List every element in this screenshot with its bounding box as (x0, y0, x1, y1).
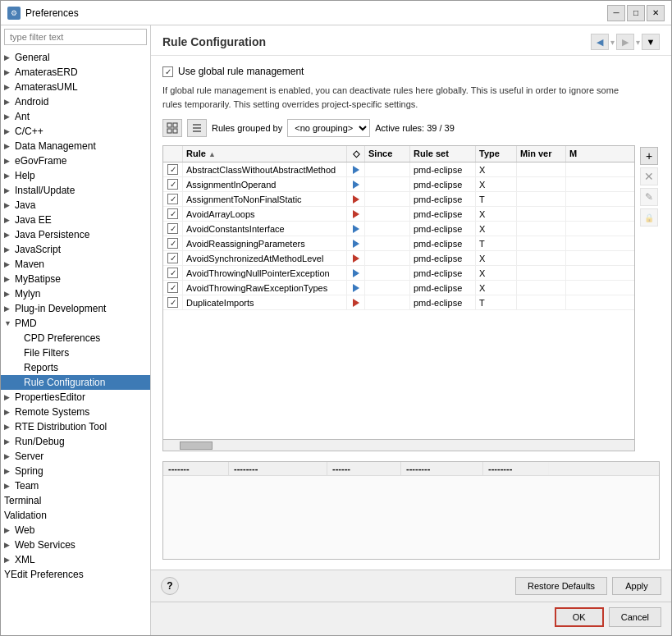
close-button[interactable]: ✕ (647, 5, 665, 21)
col-type[interactable]: Type (476, 146, 517, 162)
table-row[interactable]: AssignmentInOperand pmd-eclipse X (163, 177, 634, 192)
col-ruleset[interactable]: Rule set (410, 146, 476, 162)
row-minver (517, 236, 566, 250)
col-since[interactable]: Since (365, 146, 410, 162)
row-ruleset: pmd-eclipse (410, 281, 476, 295)
col-m[interactable]: M (566, 146, 591, 162)
sidebar-item-web-services[interactable]: ▶ Web Services (1, 538, 150, 552)
row-since (365, 295, 410, 309)
row-check[interactable] (163, 281, 183, 295)
sidebar-item-java[interactable]: ▶ Java (1, 198, 150, 213)
restore-defaults-button[interactable]: Restore Defaults (515, 577, 607, 595)
row-check[interactable] (163, 162, 183, 176)
expand-arrow: ▶ (4, 526, 12, 534)
sidebar-item-reports[interactable]: Reports (1, 360, 150, 375)
row-rule: AvoidArrayLoops (183, 207, 347, 221)
sidebar-item-maven[interactable]: ▶ Maven (1, 257, 150, 272)
sidebar-item-server[interactable]: ▶ Server (1, 449, 150, 464)
table-row[interactable]: AvoidSynchronizedAtMethodLevel pmd-eclip… (163, 251, 634, 266)
sidebar-item-java-persistence[interactable]: ▶ Java Persistence (1, 227, 150, 242)
table-row[interactable]: AssignmentToNonFinalStatic pmd-eclipse T (163, 192, 634, 207)
sidebar-item-egovframe[interactable]: ▶ eGovFrame (1, 153, 150, 168)
row-check[interactable] (163, 236, 183, 250)
sidebar-item-help[interactable]: ▶ Help (1, 168, 150, 183)
horizontal-scrollbar[interactable] (163, 439, 634, 451)
row-check[interactable] (163, 251, 183, 265)
sidebar-item-rule-configuration[interactable]: Rule Configuration (1, 375, 150, 390)
lock-rule-button[interactable]: 🔒 (640, 208, 658, 226)
sidebar-item-data-management[interactable]: ▶ Data Management (1, 139, 150, 153)
scroll-thumb[interactable] (180, 442, 213, 450)
table-row[interactable]: AvoidThrowingNullPointerException pmd-ec… (163, 266, 634, 281)
sidebar-item-run-debug[interactable]: ▶ Run/Debug (1, 434, 150, 449)
table-row[interactable]: AbstractClassWithoutAbstractMethod pmd-e… (163, 162, 634, 177)
col-rule[interactable]: Rule ▲ (183, 146, 347, 162)
groupby-select[interactable]: <no grouping> (287, 119, 370, 137)
grid-view-button[interactable] (162, 119, 182, 137)
row-check[interactable] (163, 177, 183, 191)
maximize-button[interactable]: □ (627, 5, 645, 21)
table-row[interactable]: AvoidThrowingRawExceptionTypes pmd-eclip… (163, 281, 634, 295)
filter-input[interactable] (4, 29, 147, 45)
edit-rule-button[interactable]: ✎ (640, 188, 658, 206)
sidebar-item-terminal[interactable]: Terminal (1, 493, 150, 508)
row-m (566, 281, 591, 295)
sidebar-item-file-filters[interactable]: File Filters (1, 345, 150, 360)
svg-rect-2 (167, 129, 171, 133)
sidebar-item-team[interactable]: ▶ Team (1, 478, 150, 493)
global-rule-checkbox[interactable] (162, 66, 173, 77)
sidebar-item-remote-systems[interactable]: ▶ Remote Systems (1, 405, 150, 419)
table-row[interactable]: AvoidConstantsInterface pmd-eclipse X (163, 222, 634, 236)
sidebar-item-ant[interactable]: ▶ Ant (1, 109, 150, 124)
sidebar-item-pmd[interactable]: ▼ PMD (1, 316, 150, 331)
detail-col: -------- (401, 462, 483, 475)
apply-button[interactable]: Apply (612, 577, 661, 595)
cancel-button[interactable]: Cancel (609, 607, 661, 627)
sidebar-item-general[interactable]: ▶ General (1, 50, 150, 65)
menu-button[interactable]: ▼ (642, 34, 660, 50)
table-row[interactable]: AvoidArrayLoops pmd-eclipse X (163, 207, 634, 222)
sidebar-item-properties-editor[interactable]: ▶ PropertiesEditor (1, 390, 150, 405)
sidebar-item-install-update[interactable]: ▶ Install/Update (1, 183, 150, 198)
sidebar-item-validation[interactable]: Validation (1, 508, 150, 523)
expand-arrow: ▶ (4, 245, 12, 254)
row-check[interactable] (163, 295, 183, 309)
remove-rule-button[interactable]: ✕ (640, 167, 658, 185)
list-view-button[interactable] (187, 119, 207, 137)
add-rule-button[interactable]: + (640, 147, 658, 165)
table-row[interactable]: DuplicateImports pmd-eclipse T (163, 295, 634, 310)
sidebar-item-android[interactable]: ▶ Android (1, 94, 150, 109)
row-check[interactable] (163, 192, 183, 206)
forward-button[interactable]: ▶ (616, 34, 634, 50)
help-button[interactable]: ? (161, 577, 179, 595)
sidebar-item-cpd-preferences[interactable]: CPD Preferences (1, 331, 150, 345)
row-type: X (476, 222, 517, 236)
back-button[interactable]: ◀ (591, 34, 609, 50)
row-minver (517, 295, 566, 309)
expand-arrow: ▶ (4, 304, 12, 313)
minimize-button[interactable]: ─ (607, 5, 625, 21)
sidebar-item-mybatipse[interactable]: ▶ MyBatipse (1, 272, 150, 286)
expand-arrow: ▶ (4, 290, 12, 298)
sidebar-item-plugin-development[interactable]: ▶ Plug-in Development (1, 301, 150, 316)
rules-table: Rule ▲ ◇ Since Rule set Type Min ver M (162, 145, 635, 451)
sidebar-item-web[interactable]: ▶ Web (1, 523, 150, 538)
sidebar-item-yedit-preferences[interactable]: YEdit Preferences (1, 567, 150, 582)
global-rule-label: Use global rule management (178, 66, 304, 77)
sidebar-item-java-ee[interactable]: ▶ Java EE (1, 213, 150, 227)
row-check[interactable] (163, 266, 183, 280)
sidebar-item-mylyn[interactable]: ▶ Mylyn (1, 286, 150, 301)
row-check[interactable] (163, 222, 183, 236)
sidebar-item-xml[interactable]: ▶ XML (1, 552, 150, 567)
col-minver[interactable]: Min ver (517, 146, 566, 162)
sidebar-item-rte-distribution-tool[interactable]: ▶ RTE Distribution Tool (1, 419, 150, 434)
sidebar-item-javascript[interactable]: ▶ JavaScript (1, 242, 150, 257)
sidebar-item-cpp[interactable]: ▶ C/C++ (1, 124, 150, 139)
sidebar-item-amateraserd[interactable]: ▶ AmaterasERD (1, 65, 150, 80)
ok-button[interactable]: OK (555, 607, 604, 627)
sidebar-item-spring[interactable]: ▶ Spring (1, 464, 150, 478)
row-check[interactable] (163, 207, 183, 221)
titlebar: ⚙ Preferences ─ □ ✕ (1, 1, 671, 25)
sidebar-item-amaterasuml[interactable]: ▶ AmaterasUML (1, 80, 150, 94)
table-row[interactable]: AvoidReassigningParameters pmd-eclipse T (163, 236, 634, 251)
